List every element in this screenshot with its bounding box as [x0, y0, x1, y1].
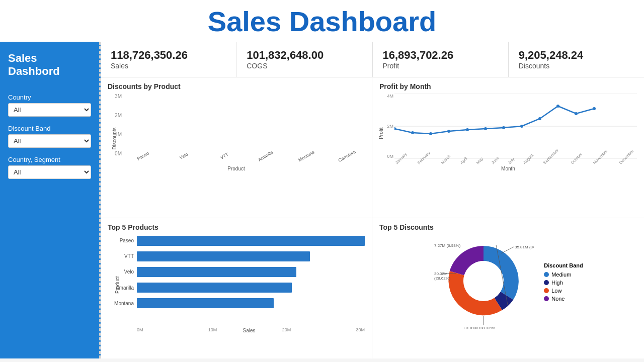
hbar-paseo: Paseo [137, 236, 365, 246]
filter-country-label: Country [8, 94, 91, 101]
sidebar-title: Sales Dashbord [8, 52, 91, 78]
filter-discount-band: Discount Band All [8, 125, 91, 148]
kpi-discounts: 9,205,248.24 Discounts [509, 42, 644, 77]
svg-point-10 [520, 125, 523, 128]
bar-vtt: VTT [204, 152, 242, 159]
top5-discounts-chart: 35.81M (34.13%) 7.27M (6.93%) 30.02M (28… [379, 234, 637, 332]
legend-high-label: High [551, 280, 563, 286]
sidebar: Sales Dashbord Country All Discount Band… [0, 42, 101, 358]
svg-line-16 [501, 247, 514, 253]
svg-point-14 [593, 107, 596, 110]
svg-point-12 [556, 105, 559, 108]
content-area: 118,726,350.26 Sales 101,832,648.00 COGS… [101, 42, 644, 358]
filter-discount-band-label: Discount Band [8, 125, 91, 132]
profit-x-labels: January February March April May June Ju… [394, 162, 637, 166]
bar-montana: Montana [286, 152, 324, 159]
segment-select[interactable]: All [8, 165, 91, 179]
page-wrapper: Sales Dashboard Sales Dashbord Country A… [0, 0, 644, 358]
kpi-sales-label: Sales [111, 62, 226, 70]
svg-text:30.02M: 30.02M [434, 272, 448, 276]
svg-point-6 [447, 130, 450, 133]
filter-country: Country All [8, 94, 91, 117]
kpi-sales: 118,726,350.26 Sales [101, 42, 236, 77]
legend-medium: Medium [544, 272, 583, 278]
top5-x-label: Sales [243, 328, 256, 333]
svg-text:(28.62%): (28.62%) [434, 276, 451, 281]
donut-legend-title: Discount Band [544, 262, 583, 268]
svg-point-15 [463, 261, 504, 301]
top5-products-chart: Product Paseo VTT [108, 234, 365, 332]
kpi-cogs-label: COGS [247, 62, 362, 70]
kpi-cogs-value: 101,832,648.00 [247, 49, 362, 62]
top5-hbars: Paseo VTT Velo [137, 234, 365, 310]
svg-text:31.81M (30.32%): 31.81M (30.32%) [464, 326, 496, 329]
svg-point-9 [502, 126, 505, 129]
kpi-sales-value: 118,726,350.26 [111, 49, 226, 62]
kpi-profit-label: Profit [383, 62, 498, 70]
discounts-bar-chart: Discounts 3M 2M 1M 0M Paseo [108, 94, 365, 171]
svg-text:7.27M (6.93%): 7.27M (6.93%) [434, 243, 461, 248]
legend-low: Low [544, 288, 583, 294]
legend-none: None [544, 296, 583, 302]
bar-velo: Velo [164, 152, 201, 159]
svg-point-7 [466, 128, 469, 131]
svg-point-11 [538, 117, 541, 120]
bar-amarilla: Amarilla [246, 152, 283, 159]
discounts-bars-area: Paseo Velo VTT [123, 94, 365, 159]
bar-carretera: Carretera [327, 152, 365, 159]
kpi-profit-value: 16,893,702.26 [383, 49, 498, 62]
hbar-vtt: VTT [137, 251, 365, 261]
discounts-by-product-panel: Discounts by Product Discounts 3M 2M 1M … [101, 77, 372, 218]
svg-point-4 [411, 131, 414, 134]
legend-high: High [544, 280, 583, 286]
page-title: Sales Dashboard [0, 0, 644, 42]
hbar-velo: Velo [137, 267, 365, 277]
svg-text:35.81M (34.13%): 35.81M (34.13%) [515, 245, 534, 249]
kpi-cogs: 101,832,648.00 COGS [236, 42, 372, 77]
filter-segment: Country, Segment All [8, 156, 91, 179]
profit-line-chart: Profit 4M 2M 0M [379, 94, 637, 171]
top5-discounts-title: Top 5 Discounts [379, 223, 637, 231]
filter-segment-label: Country, Segment [8, 156, 91, 163]
svg-point-5 [429, 132, 432, 135]
svg-point-3 [394, 127, 396, 130]
discounts-x-label: Product [227, 166, 245, 171]
profit-x-axis-label: Month [501, 166, 515, 171]
top5-discounts-panel: Top 5 Discounts [372, 218, 644, 359]
discounts-by-product-title: Discounts by Product [108, 82, 365, 90]
kpi-row: 118,726,350.26 Sales 101,832,648.00 COGS… [101, 42, 644, 77]
donut-svg: 35.81M (34.13%) 7.27M (6.93%) 30.02M (28… [433, 236, 534, 329]
kpi-discounts-value: 9,205,248.24 [519, 49, 634, 62]
main-layout: Sales Dashbord Country All Discount Band… [0, 42, 644, 358]
donut-legend: Discount Band Medium High [544, 262, 583, 304]
charts-grid: Discounts by Product Discounts 3M 2M 1M … [101, 77, 644, 358]
donut-svg-wrap: 35.81M (34.13%) 7.27M (6.93%) 30.02M (28… [433, 236, 534, 331]
profit-by-month-title: Profit by Month [379, 82, 637, 90]
kpi-profit: 16,893,702.26 Profit [373, 42, 509, 77]
svg-point-8 [484, 127, 487, 130]
profit-by-month-panel: Profit by Month Profit 4M 2M 0M [372, 77, 644, 218]
bar-paseo: Paseo [123, 152, 160, 159]
profit-y-labels: 4M 2M 0M [379, 94, 393, 159]
svg-point-13 [575, 112, 578, 115]
country-select[interactable]: All [8, 103, 91, 117]
kpi-discounts-label: Discounts [519, 62, 634, 70]
hbar-amarilla: Amarilla [137, 283, 365, 293]
profit-svg [394, 94, 637, 159]
hbar-montana: Montana [137, 298, 365, 308]
top5-products-panel: Top 5 Products Product Paseo VTT [101, 218, 372, 359]
discounts-y-labels: 3M 2M 1M 0M [108, 94, 122, 156]
top5-products-title: Top 5 Products [108, 223, 365, 231]
discount-band-select[interactable]: All [8, 134, 91, 148]
